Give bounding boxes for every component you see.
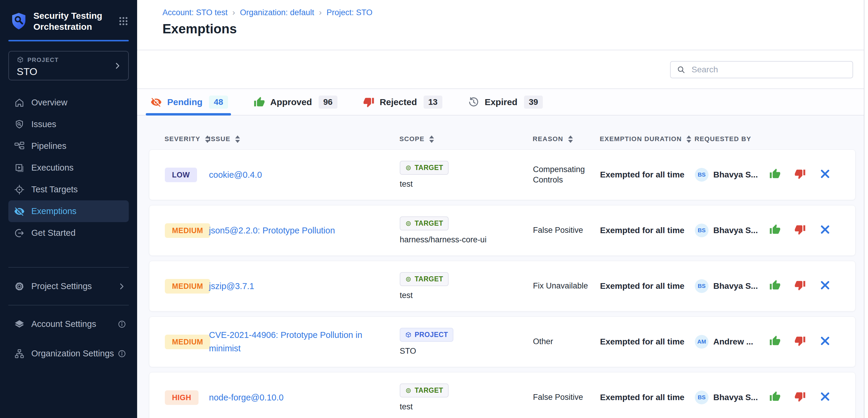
sort-icon[interactable] [568, 135, 573, 143]
table-row: LOW cookie@0.4.0 TARGET test Compensatin… [149, 149, 856, 200]
column-header-exemption-duration[interactable]: EXEMPTION DURATION [600, 135, 694, 143]
project-selector[interactable]: PROJECT STO [8, 51, 129, 80]
tab-count-badge: 39 [524, 96, 543, 109]
sidebar-item-exemptions[interactable]: Exemptions [8, 200, 129, 222]
column-header-reason[interactable]: REASON [533, 135, 600, 143]
reject-button[interactable] [795, 224, 807, 237]
sidebar-item-test-targets[interactable]: Test Targets [0, 179, 137, 200]
issue-link[interactable]: node-forge@0.10.0 [209, 391, 283, 404]
sort-icon[interactable] [429, 135, 434, 143]
tab-approved[interactable]: Approved 96 [254, 89, 337, 115]
sidebar-item-get-started[interactable]: Get Started [0, 222, 137, 244]
search-input[interactable] [691, 65, 846, 75]
issue-link[interactable]: cookie@0.4.0 [209, 168, 262, 182]
status-tabs: Pending 48 Approved 96 Rejected 13 Expir… [137, 89, 864, 115]
target-icon [405, 276, 412, 283]
sidebar-item-organization-settings[interactable]: Organization Settings [0, 343, 137, 364]
avatar: AM [695, 335, 709, 349]
scrollbar-track[interactable] [864, 0, 868, 418]
sort-icon[interactable] [686, 135, 691, 143]
project-name: STO [17, 66, 110, 77]
approve-button[interactable] [769, 224, 782, 237]
avatar: BS [695, 168, 709, 182]
pipelines-icon [14, 141, 25, 151]
exemption-duration: Exempted for all time [600, 226, 684, 235]
search-icon [677, 65, 686, 74]
breadcrumb-link[interactable]: Account: STO test [162, 8, 228, 17]
table-row: HIGH node-forge@0.10.0 TARGET test False… [149, 372, 856, 418]
thumb-down-icon [795, 168, 806, 179]
sidebar-item-account-settings[interactable]: Account Settings [0, 313, 137, 335]
sidebar: Security Testing Orchestration PROJECT [0, 0, 137, 418]
cancel-button[interactable] [819, 280, 833, 293]
thumb-up-icon [769, 391, 781, 402]
app-switcher-grid-icon[interactable] [118, 16, 129, 27]
severity-badge: MEDIUM [165, 223, 210, 238]
tab-pending[interactable]: Pending 48 [151, 89, 228, 115]
requester-name: Bhavya S... [713, 281, 758, 291]
project-cube-icon [17, 56, 24, 63]
project-cube-icon [405, 332, 412, 338]
search-box[interactable] [670, 61, 853, 78]
approve-button[interactable] [769, 168, 782, 181]
breadcrumb-separator: › [319, 8, 321, 17]
breadcrumb-separator: › [232, 8, 235, 17]
reason: Fix Unavailable [533, 281, 588, 290]
breadcrumb-link[interactable]: Organization: default [240, 8, 314, 17]
page-title: Exemptions [162, 22, 864, 36]
scope-name: test [400, 402, 413, 412]
reason: False Positive [533, 226, 583, 235]
thumb-down-icon [795, 280, 806, 291]
sidebar-item-project-settings[interactable]: Project Settings [0, 275, 137, 297]
column-header-issue[interactable]: ISSUE [209, 135, 399, 143]
sidebar-item-issues[interactable]: Issues [0, 113, 137, 135]
sidebar-item-pipelines[interactable]: Pipelines [0, 135, 137, 157]
scope-name: harness/harness-core-ui [400, 235, 487, 244]
breadcrumb: Account: STO test›Organization: default›… [162, 8, 864, 17]
issue-link[interactable]: jszip@3.7.1 [209, 280, 254, 293]
close-x-icon [819, 224, 831, 235]
sidebar-header: Security Testing Orchestration [0, 0, 137, 40]
layers-icon [14, 319, 25, 329]
cancel-button[interactable] [819, 224, 833, 237]
reject-button[interactable] [795, 391, 807, 404]
scope-badge: PROJECT [400, 328, 454, 342]
approve-button[interactable] [769, 391, 782, 404]
target-icon [405, 387, 412, 394]
column-header-requested-by[interactable]: REQUESTED BY [694, 135, 769, 143]
tab-rejected[interactable]: Rejected 13 [363, 89, 442, 115]
avatar: BS [695, 391, 709, 404]
severity-badge: MEDIUM [165, 279, 210, 293]
thumb-up-icon [254, 97, 265, 108]
reject-button[interactable] [795, 280, 807, 293]
thumb-down-icon [795, 224, 806, 235]
tab-expired[interactable]: Expired 39 [468, 89, 543, 115]
home-icon [14, 97, 25, 108]
issue-link[interactable]: CVE-2021-44906: Prototype Pollution in m… [209, 328, 382, 355]
exemption-duration: Exempted for all time [600, 337, 684, 346]
column-header-severity[interactable]: SEVERITY [149, 135, 209, 143]
breadcrumb-link[interactable]: Project: STO [327, 8, 372, 17]
sidebar-item-executions[interactable]: Executions [0, 157, 137, 179]
severity-badge: MEDIUM [165, 335, 210, 349]
reject-button[interactable] [795, 335, 807, 348]
exemption-duration: Exempted for all time [600, 393, 684, 402]
approve-button[interactable] [769, 335, 782, 348]
sort-icon[interactable] [235, 135, 240, 143]
column-header-scope[interactable]: SCOPE [399, 135, 533, 143]
tab-count-badge: 96 [319, 96, 337, 109]
close-x-icon [819, 280, 831, 291]
table-row: MEDIUM CVE-2021-44906: Prototype Polluti… [149, 316, 856, 367]
cancel-button[interactable] [819, 391, 833, 404]
org-icon [14, 348, 25, 359]
reject-button[interactable] [795, 168, 807, 181]
cancel-button[interactable] [819, 335, 833, 348]
exemption-duration: Exempted for all time [600, 170, 684, 179]
sidebar-item-overview[interactable]: Overview [0, 92, 137, 113]
scope-badge: TARGET [400, 272, 448, 286]
issue-link[interactable]: json5@2.2.0: Prototype Pollution [209, 224, 335, 237]
scope-badge: TARGET [400, 216, 448, 231]
tab-count-badge: 48 [209, 96, 228, 109]
approve-button[interactable] [769, 280, 782, 293]
cancel-button[interactable] [819, 168, 833, 181]
